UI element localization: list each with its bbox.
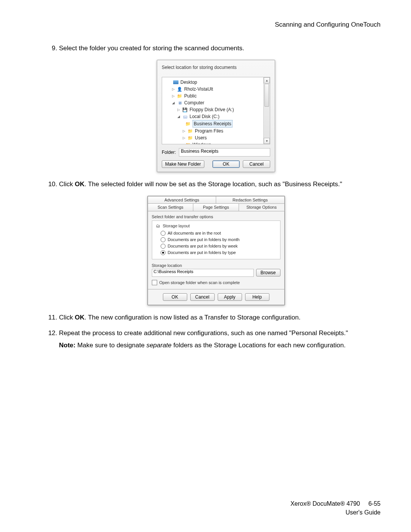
tree-node-user[interactable]: ▷👤Rholz-VistaUlt [164, 86, 270, 93]
group-title: Select folder and transfer options [152, 214, 280, 219]
tree-node-users[interactable]: ▷📁Users [164, 134, 270, 141]
expand-icon[interactable]: ▷ [171, 93, 175, 99]
collapse-icon[interactable]: ◢ [171, 99, 175, 106]
expand-icon[interactable]: ▷ [182, 128, 186, 134]
radio-by-month[interactable]: Documents are put in folders by month [161, 236, 277, 243]
tab-redaction-settings[interactable]: Redaction Settings [216, 196, 285, 204]
tab-page-settings[interactable]: Page Settings [193, 203, 239, 211]
help-button[interactable]: Help [245, 293, 269, 301]
step-12: Repeat the process to create additional … [59, 329, 381, 350]
section-header: Scanning and Configuring OneTouch [51, 21, 381, 29]
expand-icon[interactable]: ▷ [171, 86, 175, 93]
cancel-button[interactable]: Cancel [190, 293, 215, 301]
folder-tree[interactable]: Desktop ▷👤Rholz-VistaUlt ▷📁Public ◢🖥Comp… [162, 77, 270, 144]
scroll-thumb[interactable] [264, 84, 269, 107]
ok-button[interactable]: OK [163, 293, 187, 301]
tree-node-public[interactable]: ▷📁Public [164, 93, 270, 99]
expand-icon[interactable]: ▷ [182, 134, 186, 141]
step-9: Select the folder you created for storin… [59, 44, 381, 53]
radio-by-week[interactable]: Documents are put in folders by week [161, 243, 277, 249]
tree-node-floppy[interactable]: ▷💾Floppy Disk Drive (A:) [164, 106, 270, 113]
scroll-up-icon[interactable]: ▴ [264, 77, 270, 83]
storage-layout-icon: 🗂 [155, 223, 161, 228]
tree-node-desktop[interactable]: Desktop [164, 79, 270, 86]
radio-by-type[interactable]: Documents are put in folders by type [161, 249, 277, 256]
tree-node-program-files[interactable]: ▷📁Program Files [164, 128, 270, 134]
collapse-icon[interactable]: ◢ [177, 113, 180, 120]
storage-location-input[interactable]: C:\Business Receipts [152, 269, 254, 277]
checkbox-icon[interactable] [152, 280, 157, 285]
open-folder-checkbox[interactable]: Open storage folder when scan is complet… [152, 280, 280, 285]
tree-node-computer[interactable]: ◢🖥Computer [164, 99, 270, 106]
tree-node-windows[interactable]: 📁Windows [164, 141, 270, 144]
scrollbar[interactable]: ▴ ▾ [263, 77, 270, 144]
tree-node-localdisk[interactable]: ◢🖴Local Disk (C:) [164, 113, 270, 120]
folder-label: Folder: [162, 150, 176, 155]
tab-scan-settings[interactable]: Scan Settings [148, 203, 194, 211]
browse-folder-dialog: Select location for storing documents De… [157, 60, 275, 172]
tree-node-business-receipts[interactable]: 📁Business Receipts [164, 120, 270, 128]
cancel-button[interactable]: Cancel [243, 160, 270, 168]
step-10: Click OK. The selected folder will now b… [59, 180, 381, 189]
scroll-down-icon[interactable]: ▾ [264, 138, 270, 144]
tab-advanced-settings[interactable]: Advanced Settings [148, 196, 217, 204]
radio-all-root[interactable]: All documents are in the root [161, 230, 277, 236]
step-11: Click OK. The new configuration is now l… [59, 313, 381, 322]
expand-icon[interactable]: ▷ [177, 106, 180, 113]
storage-location-label: Storage location [152, 263, 280, 268]
page-footer: Xerox® DocuMate® 47906-55 User's Guide [290, 500, 381, 517]
ok-button[interactable]: OK [212, 160, 240, 168]
browse-dialog-title: Select location for storing documents [162, 65, 270, 70]
tab-storage-options[interactable]: Storage Options [239, 203, 285, 211]
apply-button[interactable]: Apply [218, 293, 242, 301]
make-new-folder-button[interactable]: Make New Folder [162, 160, 204, 168]
browse-button[interactable]: Browse [256, 269, 280, 276]
folder-input[interactable]: Business Receipts [179, 148, 270, 157]
properties-dialog: Advanced Settings Redaction Settings Sca… [147, 196, 285, 305]
